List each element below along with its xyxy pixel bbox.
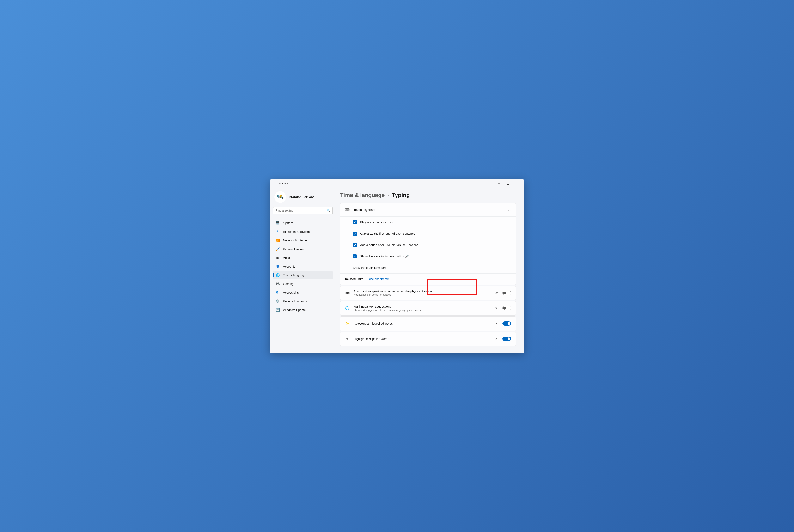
checkbox-key-sounds[interactable] [353, 220, 357, 224]
breadcrumb: Time & language › Typing [340, 192, 516, 198]
toggle-physical-suggestions[interactable] [503, 291, 511, 295]
setting-row-autocorrect[interactable]: ✨ Autocorrect misspelled words On [340, 316, 516, 331]
toggle-highlight[interactable] [503, 337, 511, 341]
link-size-and-theme[interactable]: Size and theme [368, 277, 389, 281]
sidebar-item-bluetooth[interactable]: ᛒBluetooth & devices [273, 228, 333, 236]
close-button[interactable] [513, 180, 523, 187]
chevron-right-icon: › [388, 193, 389, 198]
apps-icon: ▦ [276, 256, 280, 260]
gamepad-icon: 🎮 [276, 282, 280, 286]
touch-keyboard-card: ⌨ Touch keyboard ︿ Play key sounds as I … [340, 203, 516, 285]
scrollbar-thumb[interactable] [523, 221, 523, 287]
brush-icon: 🖌️ [276, 247, 280, 251]
check-row-key-sounds[interactable]: Play key sounds as I type [340, 216, 516, 228]
checkbox-period[interactable] [353, 243, 357, 247]
globe-clock-icon: 🌐 [276, 273, 280, 277]
check-row-voice-mic[interactable]: Show the voice typing mic button🎤 [340, 251, 516, 262]
card-header-touch-keyboard[interactable]: ⌨ Touch keyboard ︿ [340, 203, 516, 216]
chevron-up-icon: ︿ [508, 208, 511, 212]
display-icon: 🖥️ [276, 221, 280, 225]
bluetooth-icon: ᛒ [276, 230, 280, 234]
avatar: 🛰️ [275, 191, 286, 203]
accessibility-icon: ✖𐊗 [276, 290, 280, 294]
checkbox-capitalize[interactable] [353, 232, 357, 236]
minimize-button[interactable] [494, 180, 504, 187]
wifi-icon: 📶 [276, 239, 280, 243]
microphone-icon: 🎤 [405, 255, 409, 258]
sidebar-item-time-language[interactable]: 🌐Time & language [273, 271, 333, 279]
sidebar-item-system[interactable]: 🖥️System [273, 219, 333, 227]
settings-window: ← Settings 🛰️ Brandon LeBlanc 🔍 🖥️System… [270, 179, 524, 353]
maximize-button[interactable] [504, 180, 513, 187]
setting-row-physical-suggestions[interactable]: ⌨ Show text suggestions when typing on t… [340, 286, 516, 300]
profile-block[interactable]: 🛰️ Brandon LeBlanc [272, 188, 334, 207]
profile-name: Brandon LeBlanc [289, 195, 315, 199]
sidebar-item-accessibility[interactable]: ✖𐊗Accessibility [273, 288, 333, 297]
toggle-multilingual[interactable] [503, 306, 511, 310]
content-area: Time & language › Typing ⌨ Touch keyboar… [336, 188, 524, 353]
svg-rect-1 [507, 183, 509, 185]
titlebar: ← Settings [270, 179, 524, 188]
shield-icon: 🛡️ [276, 299, 280, 303]
sidebar: 🛰️ Brandon LeBlanc 🔍 🖥️System ᛒBluetooth… [270, 188, 336, 353]
sidebar-item-accounts[interactable]: 👤Accounts [273, 262, 333, 271]
keyboard-icon: ⌨ [345, 208, 349, 212]
back-button[interactable]: ← [271, 180, 278, 187]
select-row-show-touch-keyboard[interactable]: Show the touch keyboard [340, 262, 516, 273]
page-title: Typing [392, 192, 410, 198]
scrollbar[interactable] [521, 221, 524, 350]
setting-row-multilingual[interactable]: 🌐 Multilingual text suggestions Show tex… [340, 301, 516, 316]
sidebar-item-network[interactable]: 📶Network & internet [273, 236, 333, 245]
nav: 🖥️System ᛒBluetooth & devices 📶Network &… [272, 218, 334, 315]
window-title: Settings [279, 182, 289, 185]
related-links: Related links Size and theme [340, 273, 516, 285]
toggle-autocorrect[interactable] [503, 321, 511, 326]
setting-row-highlight[interactable]: ✎ Highlight misspelled words On [340, 331, 516, 346]
sidebar-item-apps[interactable]: ▦Apps [273, 254, 333, 262]
checkbox-voice-mic[interactable] [353, 254, 357, 259]
breadcrumb-parent[interactable]: Time & language [340, 192, 385, 198]
sidebar-item-personalization[interactable]: 🖌️Personalization [273, 245, 333, 253]
keyboard-icon: ⌨ [345, 291, 349, 295]
search-icon: 🔍 [327, 209, 330, 212]
check-row-capitalize[interactable]: Capitalize the first letter of each sent… [340, 228, 516, 239]
search-input[interactable] [273, 207, 333, 214]
sync-icon: 🔄 [276, 308, 280, 312]
sidebar-item-privacy[interactable]: 🛡️Privacy & security [273, 297, 333, 305]
sidebar-item-windows-update[interactable]: 🔄Windows Update [273, 306, 333, 314]
check-row-period[interactable]: Add a period after I double-tap the Spac… [340, 239, 516, 251]
wand-icon: ✨ [345, 321, 349, 326]
sidebar-item-gaming[interactable]: 🎮Gaming [273, 280, 333, 288]
person-icon: 👤 [276, 264, 280, 269]
language-icon: 🌐 [345, 306, 349, 310]
highlight-icon: ✎ [345, 337, 349, 341]
